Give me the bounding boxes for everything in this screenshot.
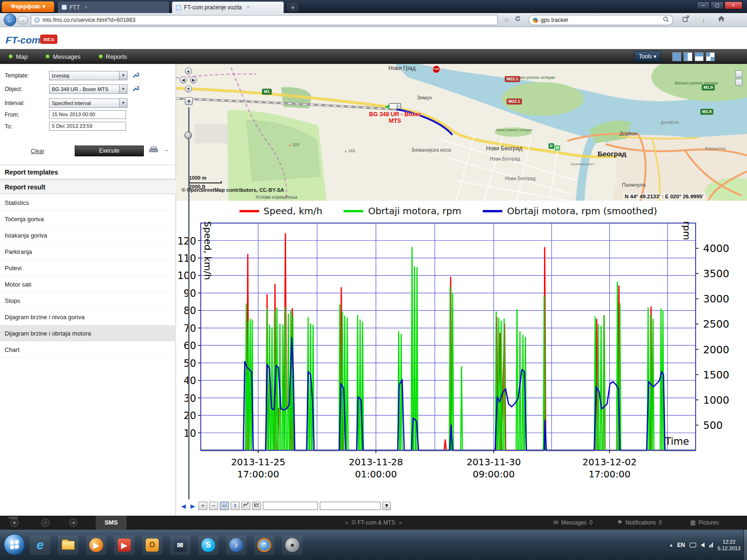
object-select[interactable]: BG 348 UR - Boxer MTS▼ [49,84,127,94]
browser-tab-ftt[interactable]: FTT × [58,1,169,13]
sidebar-item[interactable]: Dijagram brzine i obrtaja motora [0,325,176,342]
download-icon[interactable]: ↓ [698,15,709,25]
network-icon[interactable] [709,543,713,547]
taskbar-icon-skype[interactable]: S [198,535,218,555]
tab-close-icon[interactable]: × [247,4,250,11]
svg-text:100: 100 [177,270,196,281]
sidebar-item[interactable]: Putevi [0,260,176,276]
reload-icon[interactable] [513,15,523,25]
interval-select[interactable]: Specified interval▼ [49,98,127,108]
chevron-down-icon[interactable]: ▼ [119,99,127,107]
template-select[interactable]: Izvestaj▼ [49,71,127,80]
back-button[interactable]: ← [4,14,16,26]
execute-button[interactable]: Execute [75,146,144,156]
taskbar-icon-mail[interactable]: ✉ [170,535,190,555]
close-button[interactable]: × [725,1,742,9]
volume-icon[interactable] [701,543,705,547]
sidebar-item[interactable]: Statistics [0,195,176,211]
parking-icon[interactable]: P [549,143,554,149]
taskbar-icon-gimp[interactable]: ● [282,535,303,555]
sidebar-item[interactable]: Chart [0,342,176,358]
forward-button[interactable]: → [18,16,28,24]
start-button[interactable] [4,534,25,555]
url-bar[interactable]: mts.fms.co.rs/service.html?d=601863 [31,15,498,25]
taskbar-icon-media-player[interactable]: ▶ [86,535,106,555]
sidebar-item[interactable]: Istakanja goriva [0,227,176,244]
language-indicator[interactable]: EN [677,542,685,548]
nav-item-messages[interactable]: Messages [45,53,80,60]
object-wrench-icon[interactable] [132,85,139,94]
pan-left-button[interactable]: ◀ [180,77,187,84]
taskbar-icon-outlook[interactable]: O [142,535,162,555]
chart-zoom-in-icon[interactable]: + [198,502,207,510]
report-templates-header[interactable]: Report templates [0,165,176,179]
chevron-down-icon[interactable]: ▼ [119,85,127,93]
chart-prev-icon[interactable]: ◀ [180,503,187,510]
tab-close-icon[interactable]: × [85,4,88,11]
messages-indicator[interactable]: ✉ Messages0 [553,516,592,530]
chart-dropdown-button[interactable]: ▼ [382,502,391,510]
sidebar-item[interactable]: Točenja goriva [0,211,176,227]
tools-button[interactable]: Tools ▾ [634,51,661,62]
clear-link[interactable]: Clear [31,148,44,154]
zoom-slider-handle[interactable] [184,132,192,139]
pan-up-button[interactable]: ▲ [185,68,192,75]
show-desktop-button[interactable] [743,530,747,560]
report-result-header[interactable]: Report result [0,180,176,194]
taskbar-icon-firefox[interactable]: ᵔ [254,535,275,555]
sidebar-item[interactable]: Dijagram brzine i nivoa goriva [0,309,176,325]
print-icon[interactable] [149,147,158,154]
maximize-button[interactable]: ▢ [711,1,724,9]
search-box[interactable]: gps tracker [529,15,673,25]
minimize-button[interactable]: ─ [697,1,710,9]
chart-zoom-region-icon[interactable]: ▭ [220,502,229,510]
pan-down-button[interactable]: ▼ [185,85,192,92]
parking-icon[interactable]: P [555,145,560,151]
from-date-input[interactable]: 15 Nov 2013 00:00 [49,110,126,119]
keyboard-icon[interactable] [690,543,696,547]
chart-filter-input[interactable] [320,502,381,510]
chart-scroll-icon[interactable]: ↕ [231,502,240,510]
home-icon[interactable] [716,15,726,25]
map-layers-button[interactable] [735,79,742,86]
tray-clock[interactable]: 12:22 5.12.2013 [718,539,740,552]
taskbar-icon-media-app[interactable]: ▶ [114,535,134,555]
zoom-in-button[interactable]: + [185,97,193,105]
export-icon[interactable]: → [162,145,169,153]
nav-item-map[interactable]: Map [8,53,28,60]
chart-mini-line-icon[interactable] [241,502,250,510]
chart-next-icon[interactable]: ▶ [189,503,197,510]
pictures-indicator[interactable]: ▦ Pictures [690,516,719,530]
taskbar-icon-explorer-folder[interactable] [58,535,78,555]
new-tab-button[interactable]: + [287,3,298,12]
layout-split-vertical-icon[interactable] [684,52,692,61]
search-magnifier-icon[interactable] [663,16,669,24]
chart-zoom-out-icon[interactable]: − [209,502,218,510]
share-icon[interactable] [681,15,691,25]
chevron-down-icon[interactable]: ▼ [119,71,127,80]
nav-item-reports[interactable]: Reports [99,53,127,60]
sidebar-item[interactable]: Motor sati [0,276,176,293]
map-overview-button[interactable] [735,70,742,77]
layout-grid-icon[interactable] [706,52,715,61]
layout-split-horizontal-icon[interactable] [695,52,704,61]
browser-tab-ftcom[interactable]: FT-com praćenje vozila × [172,1,284,13]
pan-right-button[interactable]: ▶ [190,77,197,84]
to-date-input[interactable]: 5 Dec 2013 23:59 [49,122,126,131]
template-wrench-icon[interactable] [132,71,139,80]
layout-single-icon[interactable] [672,52,681,61]
taskbar-icon-internet-explorer[interactable]: e [30,535,50,555]
zoom-slider-track[interactable] [188,107,190,499]
taskbar-icon-music-player[interactable]: ♪ [226,535,247,555]
bookmark-star-icon[interactable]: ☆ [501,15,512,25]
notifications-indicator[interactable]: ⚑ Notifications0 [617,516,662,530]
map-panel[interactable]: Нови ГрадЗемунВелико ратно острвоВелико … [176,64,747,201]
vehicle-marker[interactable]: BG 348 UR - Boxer MTS [389,103,401,109]
chart-mini-axis-icon[interactable] [252,502,261,510]
sidebar-item[interactable]: Parkiranja [0,244,176,260]
caret-up-icon[interactable]: ▴ [670,542,673,548]
map-terms-link[interactable]: Услови коришћења [255,195,297,200]
chart-search-input[interactable] [263,502,318,510]
sidebar-item[interactable]: Stops [0,293,176,309]
firefox-menu-button[interactable]: Фајерфокс ▾ [2,1,54,12]
